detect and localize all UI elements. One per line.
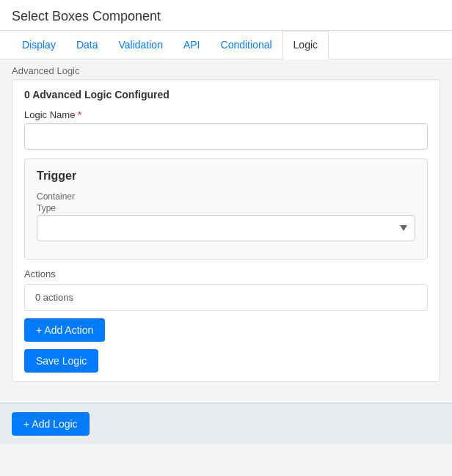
bottom-bar: + Add Logic: [0, 403, 452, 444]
tab-logic[interactable]: Logic: [282, 31, 329, 59]
content-area: 0 Advanced Logic Configured Logic Name *…: [0, 79, 452, 403]
tab-api[interactable]: API: [173, 31, 211, 59]
tab-display[interactable]: Display: [12, 31, 66, 59]
trigger-card: Trigger Container Type: [24, 158, 428, 260]
trigger-title: Trigger: [37, 169, 415, 183]
logic-name-group: Logic Name *: [24, 109, 428, 150]
add-action-button[interactable]: + Add Action: [24, 318, 105, 342]
trigger-type-group: Type: [37, 203, 415, 241]
actions-section: Actions 0 actions + Add Action Save Logi…: [24, 268, 428, 373]
tab-conditional[interactable]: Conditional: [211, 31, 282, 59]
tabs-bar: Display Data Validation API Conditional …: [0, 31, 452, 59]
trigger-type-label: Type: [37, 203, 415, 213]
advanced-logic-title: 0 Advanced Logic Configured: [24, 89, 428, 100]
page-title: Select Boxes Component: [0, 0, 452, 31]
required-star: *: [78, 109, 81, 120]
tab-data[interactable]: Data: [66, 31, 109, 59]
actions-count: 0 actions: [24, 284, 428, 311]
logic-name-input[interactable]: [24, 123, 428, 150]
actions-label: Actions: [24, 268, 428, 279]
add-logic-button[interactable]: + Add Logic: [12, 412, 90, 436]
action-buttons-row: + Add Action: [24, 318, 428, 342]
save-logic-button[interactable]: Save Logic: [24, 349, 98, 373]
advanced-logic-section-label: Advanced Logic: [0, 59, 452, 79]
logic-name-label: Logic Name *: [24, 109, 428, 120]
trigger-container-label: Container: [37, 191, 415, 202]
tab-validation[interactable]: Validation: [108, 31, 172, 59]
trigger-type-select[interactable]: [37, 215, 415, 241]
save-logic-row: Save Logic: [24, 349, 428, 373]
advanced-logic-card: 0 Advanced Logic Configured Logic Name *…: [12, 79, 440, 382]
